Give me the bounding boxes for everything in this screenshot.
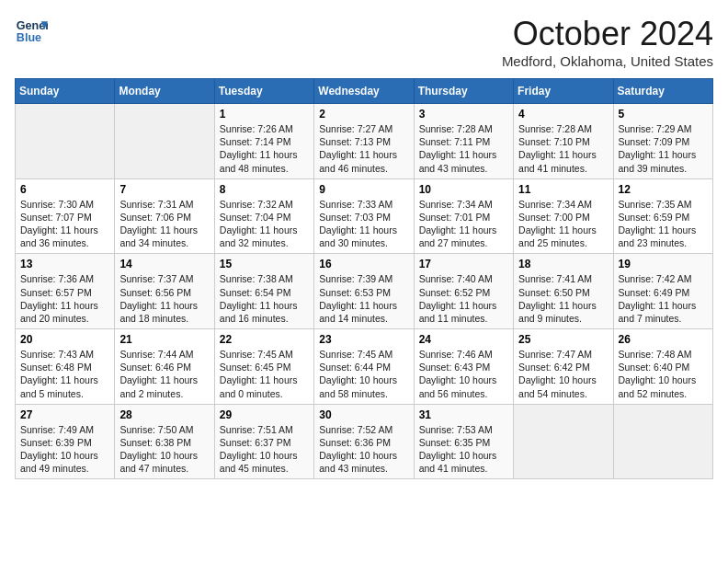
day-info: Sunrise: 7:47 AM Sunset: 6:42 PM Dayligh… bbox=[518, 348, 608, 400]
day-number: 4 bbox=[518, 108, 608, 121]
calendar-cell: 21Sunrise: 7:44 AM Sunset: 6:46 PM Dayli… bbox=[115, 329, 214, 405]
day-info: Sunrise: 7:26 AM Sunset: 7:14 PM Dayligh… bbox=[220, 122, 309, 175]
day-number: 28 bbox=[119, 408, 209, 421]
day-info: Sunrise: 7:30 AM Sunset: 7:07 PM Dayligh… bbox=[20, 198, 109, 250]
day-number: 2 bbox=[319, 108, 408, 121]
calendar-week-row: 1Sunrise: 7:26 AM Sunset: 7:14 PM Daylig… bbox=[16, 104, 713, 179]
day-number: 26 bbox=[619, 333, 708, 346]
header: General Blue October 2024 Medford, Oklah… bbox=[15, 15, 713, 69]
day-number: 17 bbox=[419, 258, 508, 270]
weekday-header: Thursday bbox=[414, 79, 513, 104]
day-number: 5 bbox=[619, 108, 708, 121]
day-number: 7 bbox=[119, 183, 209, 196]
day-info: Sunrise: 7:36 AM Sunset: 6:57 PM Dayligh… bbox=[20, 272, 109, 325]
day-number: 9 bbox=[319, 183, 408, 196]
day-info: Sunrise: 7:33 AM Sunset: 7:03 PM Dayligh… bbox=[319, 198, 408, 250]
day-number: 16 bbox=[319, 258, 408, 270]
calendar-cell: 11Sunrise: 7:34 AM Sunset: 7:00 PM Dayli… bbox=[514, 178, 613, 254]
calendar-cell: 30Sunrise: 7:52 AM Sunset: 6:36 PM Dayli… bbox=[314, 404, 414, 479]
calendar-cell: 18Sunrise: 7:41 AM Sunset: 6:50 PM Dayli… bbox=[514, 254, 613, 329]
calendar-week-row: 20Sunrise: 7:43 AM Sunset: 6:48 PM Dayli… bbox=[16, 329, 713, 405]
day-number: 29 bbox=[220, 408, 309, 421]
day-number: 13 bbox=[20, 258, 109, 270]
calendar-cell: 13Sunrise: 7:36 AM Sunset: 6:57 PM Dayli… bbox=[16, 254, 115, 329]
day-info: Sunrise: 7:43 AM Sunset: 6:48 PM Dayligh… bbox=[20, 348, 109, 400]
calendar-cell: 14Sunrise: 7:37 AM Sunset: 6:56 PM Dayli… bbox=[115, 254, 214, 329]
day-info: Sunrise: 7:41 AM Sunset: 6:50 PM Dayligh… bbox=[518, 272, 608, 325]
day-info: Sunrise: 7:29 AM Sunset: 7:09 PM Dayligh… bbox=[619, 122, 708, 175]
calendar-week-row: 6Sunrise: 7:30 AM Sunset: 7:07 PM Daylig… bbox=[16, 178, 713, 254]
calendar-cell: 16Sunrise: 7:39 AM Sunset: 6:53 PM Dayli… bbox=[314, 254, 414, 329]
weekday-header: Wednesday bbox=[314, 79, 414, 104]
day-number: 31 bbox=[419, 408, 508, 421]
day-info: Sunrise: 7:46 AM Sunset: 6:43 PM Dayligh… bbox=[419, 348, 508, 400]
day-number: 6 bbox=[20, 183, 109, 196]
calendar-week-row: 27Sunrise: 7:49 AM Sunset: 6:39 PM Dayli… bbox=[16, 404, 713, 479]
day-info: Sunrise: 7:39 AM Sunset: 6:53 PM Dayligh… bbox=[319, 272, 408, 325]
day-number: 8 bbox=[220, 183, 309, 196]
day-info: Sunrise: 7:27 AM Sunset: 7:13 PM Dayligh… bbox=[319, 122, 408, 175]
day-info: Sunrise: 7:45 AM Sunset: 6:44 PM Dayligh… bbox=[319, 348, 408, 400]
calendar-cell: 24Sunrise: 7:46 AM Sunset: 6:43 PM Dayli… bbox=[414, 329, 513, 405]
day-number: 14 bbox=[119, 258, 209, 270]
calendar-cell: 22Sunrise: 7:45 AM Sunset: 6:45 PM Dayli… bbox=[214, 329, 313, 405]
day-number: 3 bbox=[419, 108, 508, 121]
day-info: Sunrise: 7:28 AM Sunset: 7:10 PM Dayligh… bbox=[518, 122, 608, 175]
day-info: Sunrise: 7:34 AM Sunset: 7:00 PM Dayligh… bbox=[518, 198, 608, 250]
day-number: 27 bbox=[20, 408, 109, 421]
month-title: October 2024 bbox=[502, 15, 713, 53]
day-number: 20 bbox=[20, 333, 109, 346]
calendar-cell: 25Sunrise: 7:47 AM Sunset: 6:42 PM Dayli… bbox=[514, 329, 613, 405]
weekday-header: Friday bbox=[514, 79, 613, 104]
day-number: 25 bbox=[518, 333, 608, 346]
title-area: October 2024 Medford, Oklahoma, United S… bbox=[502, 15, 713, 69]
day-info: Sunrise: 7:44 AM Sunset: 6:46 PM Dayligh… bbox=[119, 348, 209, 400]
calendar-cell: 12Sunrise: 7:35 AM Sunset: 6:59 PM Dayli… bbox=[613, 178, 712, 254]
day-number: 30 bbox=[319, 408, 408, 421]
calendar-cell: 10Sunrise: 7:34 AM Sunset: 7:01 PM Dayli… bbox=[414, 178, 513, 254]
day-info: Sunrise: 7:53 AM Sunset: 6:35 PM Dayligh… bbox=[419, 423, 508, 476]
calendar-cell: 9Sunrise: 7:33 AM Sunset: 7:03 PM Daylig… bbox=[314, 178, 414, 254]
day-number: 11 bbox=[518, 183, 608, 196]
day-info: Sunrise: 7:52 AM Sunset: 6:36 PM Dayligh… bbox=[319, 423, 408, 476]
calendar-cell: 29Sunrise: 7:51 AM Sunset: 6:37 PM Dayli… bbox=[214, 404, 313, 479]
day-info: Sunrise: 7:31 AM Sunset: 7:06 PM Dayligh… bbox=[119, 198, 209, 250]
logo: General Blue bbox=[15, 15, 48, 48]
calendar-cell bbox=[514, 404, 613, 479]
weekday-header: Saturday bbox=[613, 79, 712, 104]
day-number: 22 bbox=[220, 333, 309, 346]
calendar-cell: 7Sunrise: 7:31 AM Sunset: 7:06 PM Daylig… bbox=[115, 178, 214, 254]
weekday-header: Sunday bbox=[16, 79, 115, 104]
calendar-cell: 8Sunrise: 7:32 AM Sunset: 7:04 PM Daylig… bbox=[214, 178, 313, 254]
calendar-cell: 6Sunrise: 7:30 AM Sunset: 7:07 PM Daylig… bbox=[16, 178, 115, 254]
calendar-cell: 15Sunrise: 7:38 AM Sunset: 6:54 PM Dayli… bbox=[214, 254, 313, 329]
day-info: Sunrise: 7:51 AM Sunset: 6:37 PM Dayligh… bbox=[220, 423, 309, 476]
weekday-header: Monday bbox=[115, 79, 214, 104]
logo-icon: General Blue bbox=[15, 15, 48, 48]
calendar-cell bbox=[16, 104, 115, 179]
day-number: 1 bbox=[220, 108, 309, 121]
calendar-cell: 3Sunrise: 7:28 AM Sunset: 7:11 PM Daylig… bbox=[414, 104, 513, 179]
weekday-header-row: SundayMondayTuesdayWednesdayThursdayFrid… bbox=[16, 79, 713, 104]
day-number: 18 bbox=[518, 258, 608, 270]
weekday-header: Tuesday bbox=[214, 79, 313, 104]
day-number: 12 bbox=[619, 183, 708, 196]
calendar-cell bbox=[613, 404, 712, 479]
day-info: Sunrise: 7:35 AM Sunset: 6:59 PM Dayligh… bbox=[619, 198, 708, 250]
day-info: Sunrise: 7:50 AM Sunset: 6:38 PM Dayligh… bbox=[119, 423, 209, 476]
day-number: 21 bbox=[119, 333, 209, 346]
day-info: Sunrise: 7:34 AM Sunset: 7:01 PM Dayligh… bbox=[419, 198, 508, 250]
day-number: 15 bbox=[220, 258, 309, 270]
calendar-cell: 4Sunrise: 7:28 AM Sunset: 7:10 PM Daylig… bbox=[514, 104, 613, 179]
calendar-cell: 17Sunrise: 7:40 AM Sunset: 6:52 PM Dayli… bbox=[414, 254, 513, 329]
day-number: 23 bbox=[319, 333, 408, 346]
day-info: Sunrise: 7:45 AM Sunset: 6:45 PM Dayligh… bbox=[220, 348, 309, 400]
day-number: 19 bbox=[619, 258, 708, 270]
calendar-cell: 20Sunrise: 7:43 AM Sunset: 6:48 PM Dayli… bbox=[16, 329, 115, 405]
day-info: Sunrise: 7:48 AM Sunset: 6:40 PM Dayligh… bbox=[619, 348, 708, 400]
day-info: Sunrise: 7:28 AM Sunset: 7:11 PM Dayligh… bbox=[419, 122, 508, 175]
calendar-cell: 28Sunrise: 7:50 AM Sunset: 6:38 PM Dayli… bbox=[115, 404, 214, 479]
day-number: 24 bbox=[419, 333, 508, 346]
calendar-cell: 1Sunrise: 7:26 AM Sunset: 7:14 PM Daylig… bbox=[214, 104, 313, 179]
day-info: Sunrise: 7:32 AM Sunset: 7:04 PM Dayligh… bbox=[220, 198, 309, 250]
